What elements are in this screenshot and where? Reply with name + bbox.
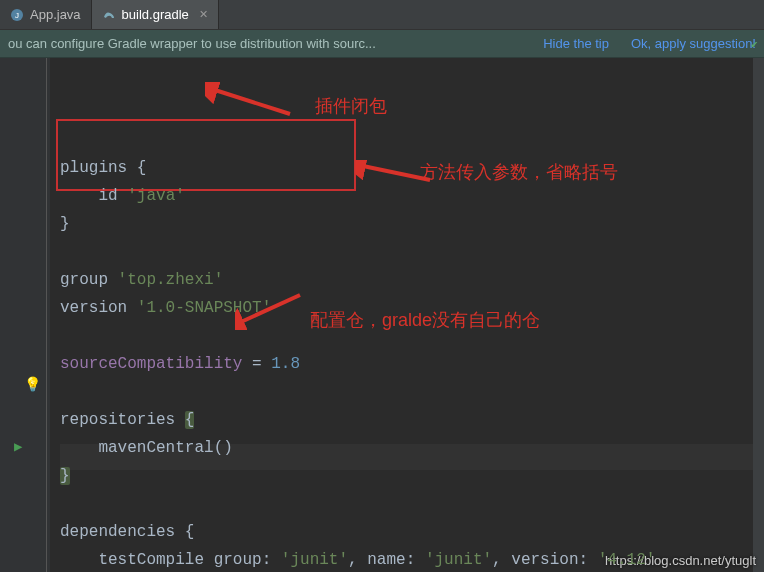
code-line: plugins { [60,159,146,177]
code-line: } [60,215,70,233]
annotation-text: 插件闭包 [315,94,387,118]
code-line: group [60,271,118,289]
code-line: dependencies { [60,523,194,541]
identifier: sourceCompatibility [60,355,242,373]
vertical-scrollbar[interactable] [753,58,764,572]
code-line: version [60,299,137,317]
code-line: mavenCentral() [60,439,233,457]
string-literal: 'junit' [281,551,348,569]
string-literal: '1.0-SNAPSHOT' [137,299,271,317]
tab-build-gradle[interactable]: build.gradle ✕ [92,0,219,29]
code-line: repositories [60,411,185,429]
close-icon[interactable]: ✕ [199,8,208,21]
suggestion-banner: ou can configure Gradle wrapper to use d… [0,30,764,58]
annotation-text: 方法传入参数，省略括号 [420,160,618,184]
svg-text:J: J [15,11,19,20]
tab-app-java[interactable]: J App.java [0,0,92,29]
string-literal: 'junit' [425,551,492,569]
java-file-icon: J [10,8,24,22]
gradle-file-icon [102,8,116,22]
hide-tip-link[interactable]: Hide the tip [543,36,609,51]
string-literal: '4.12' [598,551,656,569]
intention-bulb-icon[interactable]: 💡 [24,376,41,393]
string-literal: 'top.zhexi' [118,271,224,289]
number-literal: 1.8 [271,355,300,373]
apply-suggestion-link[interactable]: Ok, apply suggestion! [631,36,756,51]
run-gutter-icon[interactable]: ▶ [14,438,22,455]
gutter: ▶ 💡 [0,58,50,572]
tab-label: App.java [30,7,81,22]
code-line: testCompile [60,551,214,569]
code-line: id [60,187,127,205]
annotation-text: 配置仓，gralde没有自己的仓 [310,308,540,332]
string-literal: 'java' [127,187,185,205]
editor-tabs: J App.java build.gradle ✕ [0,0,764,30]
tab-label: build.gradle [122,7,189,22]
matched-brace: } [60,467,70,485]
operator: = [242,355,271,373]
matched-brace: { [185,411,195,429]
banner-message: ou can configure Gradle wrapper to use d… [8,36,376,51]
